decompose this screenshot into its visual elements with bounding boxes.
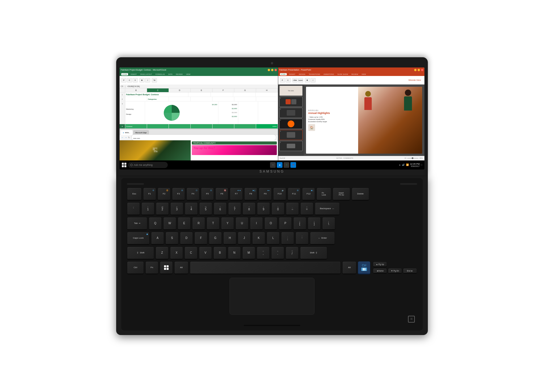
edge-window[interactable]: e MSN... Microsoft Edge ← → ↻ — [120, 129, 278, 160]
key-pg-up[interactable]: ▲ Pg Up — [373, 262, 387, 267]
ppt-thumb-2[interactable]: 2 — [279, 97, 303, 107]
ppt-tab-slideshow[interactable]: SLIDE SHOW — [337, 73, 349, 75]
key-8[interactable]: * 8 — [243, 202, 256, 215]
key-5[interactable]: % 5 — [199, 202, 212, 215]
key-7[interactable]: & 7 — [228, 202, 241, 215]
ppt-close[interactable] — [421, 69, 423, 71]
ppt-tab-transitions[interactable]: TRANSITIONS — [308, 73, 321, 75]
key-f9[interactable]: ▸▸ F9 — [259, 188, 272, 201]
key-f12[interactable]: ▶| F12 — [302, 188, 315, 201]
key-u[interactable]: U — [235, 217, 248, 230]
key-f10[interactable]: 🔉 F10 — [273, 188, 286, 201]
cell-h2[interactable] — [256, 97, 278, 101]
key-esc[interactable]: Esc — [127, 188, 142, 201]
excel-window[interactable]: Fabrikam Project Budget: Contoso - Micro… — [120, 67, 278, 129]
tab-home[interactable]: HOME — [121, 73, 128, 75]
ppt-bold[interactable]: B — [305, 78, 310, 82]
excel-formula-bar[interactable]: C6 | =SUM(C4:G4) — [120, 84, 278, 88]
taskbar-ppt[interactable]: P — [290, 162, 296, 168]
cell-bottom-2[interactable] — [147, 124, 169, 128]
key-f2[interactable]: 🔆 F2 — [158, 188, 171, 201]
key-j[interactable]: J — [238, 232, 251, 245]
touchpad[interactable] — [230, 278, 314, 315]
key-period[interactable]: > . — [271, 247, 284, 260]
taskbar-edge[interactable]: e — [277, 162, 282, 168]
key-shift-right[interactable]: Shift ⇧ — [300, 247, 327, 260]
key-b[interactable]: B — [213, 247, 226, 260]
key-4[interactable]: $ 4 — [185, 202, 198, 215]
tab-view[interactable]: VIEW — [185, 73, 191, 75]
edge-url-bar[interactable]: ← → ↻ msn.com — [120, 135, 278, 140]
key-lbracket[interactable]: { [ — [293, 217, 306, 230]
key-r[interactable]: R — [192, 217, 205, 230]
key-a[interactable]: A — [151, 232, 164, 245]
cell-e1[interactable] — [188, 92, 211, 97]
tab-formulas[interactable]: FORMULAS — [154, 73, 165, 75]
cell-bottom-3[interactable] — [169, 124, 191, 128]
cell-val-2[interactable]: $3,900$3,800$3,500$3,800 — [218, 101, 238, 124]
key-h[interactable]: H — [223, 232, 236, 245]
key-s[interactable]: S — [165, 232, 178, 245]
ppt-zoom-slider[interactable] — [407, 158, 418, 159]
key-d[interactable]: D — [180, 232, 193, 245]
ribbon-paste[interactable]: P — [121, 78, 126, 82]
key-minus[interactable]: _ – — [286, 202, 299, 215]
ppt-tab-home[interactable]: HOME — [280, 73, 287, 75]
key-alt-left[interactable]: Alt — [174, 261, 188, 274]
ppt-tab-view[interactable]: VIEW — [361, 73, 367, 75]
tab-page-layout[interactable]: PAGE LAYOUT — [139, 73, 153, 75]
key-space[interactable] — [190, 261, 341, 274]
key-quote[interactable]: " ' — [296, 232, 309, 245]
ppt-layout[interactable]: Layout — [298, 78, 303, 82]
minimize-btn[interactable] — [268, 69, 270, 71]
key-w[interactable]: W — [163, 217, 176, 230]
cortana-search[interactable]: Ask me anything — [128, 162, 168, 168]
key-delete[interactable]: Delete — [352, 188, 369, 201]
key-k[interactable]: K — [252, 232, 265, 245]
cell-bottom-7[interactable]: 100% — [256, 124, 278, 128]
taskbar-cortana[interactable]: ○ — [270, 162, 276, 168]
ppt-thumb-5[interactable]: 5 — [279, 130, 303, 140]
key-n[interactable]: N — [228, 247, 241, 260]
ppt-maximize[interactable] — [418, 69, 420, 71]
key-6[interactable]: ^ 6 — [214, 202, 227, 215]
cell-b2[interactable] — [125, 97, 147, 101]
ppt-thumb-3[interactable]: 3 — [279, 108, 303, 118]
key-ctrl-right[interactable]: Ctrl — [358, 261, 370, 274]
edge-tab-msn[interactable]: e MSN... — [121, 130, 133, 135]
key-backtick[interactable]: ~ ` — [127, 202, 140, 215]
key-pg-dn[interactable]: ▼ Pg Dn — [388, 268, 402, 274]
key-fn[interactable]: Fn — [145, 261, 158, 274]
key-windows[interactable] — [160, 261, 173, 274]
key-end[interactable]: End ► — [403, 268, 417, 274]
key-0[interactable]: ) 0 — [271, 202, 284, 215]
key-tab[interactable]: Tab ⇥ — [127, 217, 147, 230]
key-3[interactable]: # 3 — [170, 202, 183, 215]
cell-bottom[interactable]: Contoso — [125, 124, 147, 128]
key-1[interactable]: ! 1 — [141, 202, 154, 215]
key-shift-left[interactable]: ⇧ Shift — [127, 247, 154, 260]
cell-bottom-4[interactable] — [191, 124, 212, 128]
cell-b3-marketing[interactable]: Marketing Design — [125, 101, 145, 124]
ppt-tab-design[interactable]: DESIGN — [298, 73, 306, 75]
key-q[interactable]: Q — [149, 217, 162, 230]
key-2[interactable]: @ 2 — [156, 202, 169, 215]
key-f[interactable]: F — [194, 232, 207, 245]
ppt-tab-animations[interactable]: ANIMATIONS — [323, 73, 335, 75]
cell-title[interactable]: Fabrikam Project Budget: Contoso — [125, 92, 188, 97]
key-f3[interactable]: ⊞ F3 — [172, 188, 185, 201]
key-9[interactable]: ( 9 — [257, 202, 270, 215]
close-btn[interactable] — [275, 69, 277, 71]
key-f1[interactable]: ⚙ F1 — [143, 188, 156, 201]
ppt-thumb-6[interactable]: 6 — [279, 141, 303, 151]
key-o[interactable]: O — [264, 217, 277, 230]
cell-bottom-5[interactable] — [212, 124, 234, 128]
key-f11[interactable]: ⊞ F11 — [288, 188, 301, 201]
cell-f3[interactable] — [238, 101, 258, 124]
key-f7[interactable]: ◄◄ F7 — [230, 188, 243, 201]
key-equals[interactable]: + = — [300, 202, 313, 215]
key-semicolon[interactable]: : ; — [281, 232, 294, 245]
key-v[interactable]: V — [199, 247, 212, 260]
cell-val-1[interactable]: $4,000 — [199, 101, 218, 124]
key-backspace[interactable]: Backspace ← — [315, 202, 340, 215]
